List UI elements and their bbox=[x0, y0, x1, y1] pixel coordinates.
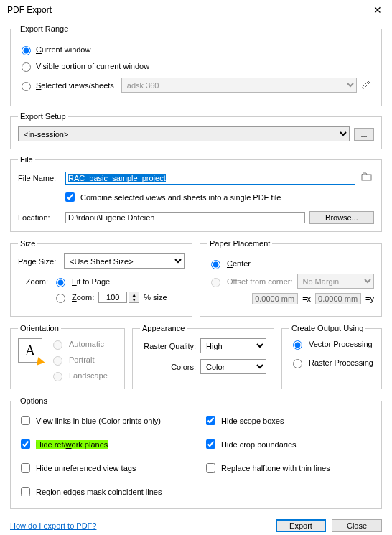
lbl-replace-halftone: Replace halftone with thin lines bbox=[221, 464, 330, 473]
svg-rect-0 bbox=[362, 175, 371, 180]
radio-offset bbox=[211, 278, 220, 287]
radio-selected-views[interactable] bbox=[22, 82, 31, 91]
file-group: File File Name: RAC_basic_sample_project… bbox=[10, 155, 382, 232]
raster-quality-select[interactable]: High bbox=[200, 338, 266, 353]
offset-y-suffix: =y bbox=[365, 294, 374, 303]
export-setup-select[interactable]: <in-session> bbox=[18, 126, 350, 141]
radio-landscape bbox=[53, 372, 62, 381]
colors-select[interactable]: Color bbox=[200, 359, 266, 374]
export-range-legend: Export Range bbox=[18, 24, 70, 33]
file-name-browse-button[interactable] bbox=[360, 169, 374, 186]
browse-button[interactable]: Browse... bbox=[309, 211, 374, 224]
lbl-hide-ref-work-planes: Hide ref/work planes bbox=[36, 440, 108, 449]
page-size-label: Page Size: bbox=[18, 257, 60, 266]
export-button[interactable]: Export bbox=[276, 519, 326, 532]
label-selected-views: Selected views/sheets bbox=[36, 81, 114, 90]
lbl-hide-unref-view-tags: Hide unreferenced view tags bbox=[36, 464, 136, 473]
appearance-group: Appearance Raster Quality: High Colors: … bbox=[132, 324, 274, 389]
radio-center[interactable] bbox=[211, 260, 220, 269]
export-setup-more-button[interactable]: ... bbox=[354, 128, 374, 141]
radio-raster[interactable] bbox=[293, 359, 302, 368]
radio-portrait bbox=[53, 356, 62, 366]
options-group: Options View links in blue (Color prints… bbox=[10, 396, 382, 509]
colors-label: Colors: bbox=[140, 363, 196, 371]
paper-placement-group: Paper Placement Center Offset from corne… bbox=[200, 239, 382, 317]
label-zoom: Zoom: bbox=[72, 293, 94, 302]
pct-size-label: % size bbox=[144, 293, 167, 302]
radio-vector[interactable] bbox=[293, 340, 302, 350]
label-raster: Raster Processing bbox=[309, 358, 373, 367]
pencil-icon bbox=[361, 81, 373, 92]
zoom-value-input[interactable] bbox=[98, 292, 127, 303]
output-group: Create Output Using Vector Processing Ra… bbox=[281, 324, 382, 389]
radio-automatic bbox=[53, 340, 62, 350]
lbl-hide-crop-boundaries: Hide crop boundaries bbox=[221, 440, 297, 449]
label-current-window: Current window bbox=[36, 45, 90, 54]
chk-replace-halftone[interactable] bbox=[206, 463, 215, 473]
zoom-label: Zoom: bbox=[18, 277, 48, 286]
radio-current-window[interactable] bbox=[22, 46, 31, 55]
label-center: Center bbox=[227, 259, 251, 268]
options-legend: Options bbox=[18, 396, 50, 405]
radio-visible-portion[interactable] bbox=[22, 62, 31, 72]
file-name-label: File Name: bbox=[18, 174, 61, 182]
zoom-down-icon[interactable]: ▼ bbox=[129, 297, 139, 302]
location-input[interactable] bbox=[65, 212, 305, 223]
lbl-hide-scope-boxes: Hide scope boxes bbox=[221, 417, 284, 425]
paper-placement-legend: Paper Placement bbox=[207, 239, 272, 248]
file-legend: File bbox=[18, 155, 35, 164]
chk-hide-crop-boundaries[interactable] bbox=[206, 439, 215, 449]
chk-hide-scope-boxes[interactable] bbox=[206, 416, 215, 425]
margin-select: No Margin bbox=[297, 274, 375, 289]
radio-zoom[interactable] bbox=[56, 294, 65, 303]
page-size-select[interactable]: <Use Sheet Size> bbox=[64, 253, 185, 269]
folder-open-icon bbox=[361, 174, 373, 185]
zoom-up-icon[interactable]: ▲ bbox=[129, 292, 139, 297]
label-portrait: Portrait bbox=[69, 355, 94, 364]
orientation-icon: A bbox=[18, 338, 42, 363]
edit-set-button[interactable] bbox=[360, 77, 374, 93]
selected-views-set-select: adsk 360 bbox=[121, 78, 357, 93]
combine-label: Combine selected views and sheets into a… bbox=[80, 193, 281, 202]
orientation-legend: Orientation bbox=[18, 324, 61, 332]
file-name-input[interactable]: RAC_basic_sample_project bbox=[65, 172, 355, 185]
size-group: Size Page Size: <Use Sheet Size> Zoom: F… bbox=[10, 239, 192, 317]
lbl-view-links-blue: View links in blue (Color prints only) bbox=[36, 417, 161, 425]
chk-view-links-blue[interactable] bbox=[21, 416, 30, 425]
chk-hide-ref-work-planes[interactable] bbox=[21, 439, 30, 449]
help-link[interactable]: How do I export to PDF? bbox=[10, 521, 96, 530]
label-visible-portion: Visible portion of current window bbox=[36, 62, 149, 70]
offset-y-input bbox=[315, 293, 361, 304]
raster-quality-label: Raster Quality: bbox=[140, 342, 196, 350]
chk-region-edges-mask[interactable] bbox=[21, 487, 30, 496]
label-vector: Vector Processing bbox=[309, 340, 373, 348]
offset-x-suffix: =x bbox=[302, 294, 311, 303]
close-icon[interactable]: ✕ bbox=[369, 4, 386, 16]
close-button[interactable]: Close bbox=[332, 519, 382, 532]
offset-x-input bbox=[252, 293, 298, 304]
combine-checkbox[interactable] bbox=[65, 192, 75, 202]
label-fit-to-page: Fit to Page bbox=[72, 277, 110, 286]
location-label: Location: bbox=[18, 213, 61, 222]
label-offset: Offset from corner: bbox=[227, 277, 293, 286]
export-setup-group: Export Setup <in-session> ... bbox=[10, 112, 382, 149]
chk-hide-unref-view-tags[interactable] bbox=[21, 463, 30, 473]
orientation-group: Orientation A Automatic Portrait Landsca… bbox=[10, 324, 125, 389]
radio-fit-to-page[interactable] bbox=[56, 278, 65, 287]
export-range-group: Export Range Current window Visible port… bbox=[10, 24, 382, 106]
label-landscape: Landscape bbox=[69, 371, 108, 380]
appearance-legend: Appearance bbox=[140, 324, 187, 332]
zoom-spinner[interactable]: ▲▼ bbox=[98, 292, 139, 303]
window-title: PDF Export bbox=[7, 5, 52, 15]
lbl-region-edges-mask: Region edges mask coincident lines bbox=[36, 488, 162, 496]
size-legend: Size bbox=[18, 239, 37, 248]
output-legend: Create Output Using bbox=[289, 324, 365, 332]
export-setup-legend: Export Setup bbox=[18, 112, 68, 121]
label-automatic: Automatic bbox=[69, 340, 104, 348]
